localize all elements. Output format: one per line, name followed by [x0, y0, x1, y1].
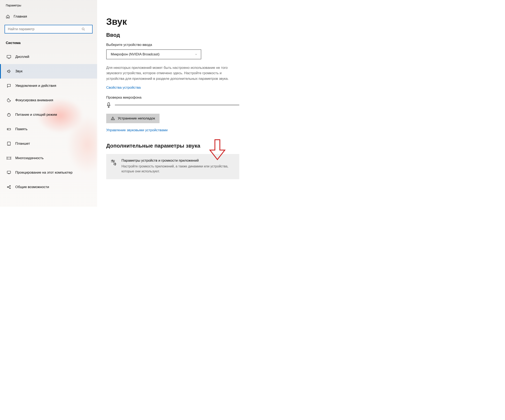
svg-line-20	[8, 187, 10, 188]
input-device-value: Микрофон (NVIDIA Broadcast)	[111, 52, 159, 57]
svg-rect-15	[7, 171, 11, 173]
sidebar-item-label: Планшет	[15, 142, 30, 146]
sidebar-item-focus[interactable]: Фокусировка внимания	[0, 93, 97, 108]
svg-rect-10	[7, 157, 11, 159]
sliders-sound-icon	[110, 159, 117, 165]
input-help-text: Для некоторых приложений может быть наст…	[106, 65, 239, 82]
svg-line-14	[11, 159, 11, 159]
search-input[interactable]	[5, 25, 93, 33]
tile-title: Параметры устройств и громкости приложен…	[121, 159, 234, 163]
storage-icon	[6, 127, 11, 131]
sidebar-item-label: Фокусировка внимания	[15, 98, 53, 102]
mic-test-row	[106, 102, 239, 108]
tile-desc: Настройте громкость приложений, а также …	[121, 164, 234, 174]
sidebar-item-label: Дисплей	[15, 55, 29, 59]
display-icon	[6, 55, 11, 59]
svg-point-17	[10, 185, 11, 186]
svg-rect-21	[108, 102, 109, 105]
sound-icon	[6, 69, 11, 74]
sidebar-item-label: Общие возможности	[15, 185, 49, 189]
app-volume-tile[interactable]: Параметры устройств и громкости приложен…	[106, 154, 239, 179]
sidebar-item-label: Проецирование на этот компьютер	[15, 171, 73, 175]
sidebar: Параметры Главная Система Дисплей	[0, 0, 97, 207]
microphone-icon	[106, 102, 111, 108]
svg-point-27	[112, 160, 113, 161]
share-icon	[6, 185, 11, 189]
warning-icon	[111, 116, 115, 121]
home-icon	[6, 14, 10, 19]
mic-level-bar	[115, 104, 239, 106]
moon-icon	[6, 98, 11, 102]
multitask-icon	[6, 156, 11, 160]
extra-heading: Дополнительные параметры звука	[106, 143, 239, 149]
manage-devices-link[interactable]: Управление звуковыми устройствами	[106, 128, 168, 132]
sidebar-item-project[interactable]: Проецирование на этот компьютер	[0, 165, 97, 180]
svg-rect-2	[7, 55, 11, 58]
sidebar-section-label: Система	[0, 39, 97, 50]
sidebar-item-storage[interactable]: Память	[0, 122, 97, 136]
sidebar-item-label: Питание и спящий режим	[15, 113, 57, 117]
troubleshoot-label: Устранение неполадок	[118, 116, 155, 121]
sidebar-item-multitask[interactable]: Многозадачность	[0, 151, 97, 165]
main-content: Звук Ввод Выберите устройство ввода Микр…	[97, 0, 252, 207]
sidebar-item-share[interactable]: Общие возможности	[0, 180, 97, 194]
project-icon	[6, 170, 11, 175]
svg-point-29	[113, 161, 114, 162]
sidebar-item-notifications[interactable]: Уведомления и действия	[0, 79, 97, 93]
sidebar-item-sound[interactable]: Звук	[0, 64, 97, 79]
input-device-dropdown[interactable]: Микрофон (NVIDIA Broadcast)	[106, 49, 201, 59]
sidebar-item-power[interactable]: Питание и спящий режим	[0, 108, 97, 122]
sidebar-item-display[interactable]: Дисплей	[0, 50, 97, 64]
input-heading: Ввод	[106, 32, 239, 38]
sidebar-item-tablet[interactable]: Планшет	[0, 136, 97, 151]
sidebar-item-label: Уведомления и действия	[15, 84, 56, 88]
troubleshoot-button[interactable]: Устранение неполадок	[106, 114, 159, 123]
search-wrap	[5, 25, 93, 33]
sidebar-item-label: Многозадачность	[15, 156, 44, 160]
chevron-down-icon	[195, 53, 197, 56]
page-title: Звук	[106, 17, 239, 27]
svg-point-25	[113, 119, 113, 120]
svg-line-12	[11, 157, 11, 157]
svg-line-11	[6, 157, 7, 157]
svg-line-13	[6, 159, 7, 159]
svg-point-7	[8, 129, 8, 129]
sidebar-home-label: Главная	[14, 14, 27, 19]
power-icon	[6, 112, 11, 117]
nav-list: Дисплей Звук Уведомления и действия Фоку…	[0, 50, 97, 194]
sidebar-home[interactable]: Главная	[0, 12, 97, 21]
tile-text: Параметры устройств и громкости приложен…	[121, 159, 234, 174]
svg-line-19	[8, 186, 10, 187]
input-device-label: Выберите устройство ввода	[106, 43, 239, 47]
app-title: Параметры	[0, 2, 97, 12]
sidebar-item-label: Память	[15, 127, 27, 131]
sidebar-item-label: Звук	[15, 69, 23, 73]
svg-point-16	[7, 187, 8, 188]
tablet-icon	[6, 141, 11, 146]
mic-test-label: Проверка микрофона	[106, 95, 239, 100]
device-properties-link[interactable]: Свойства устройства	[106, 86, 141, 90]
notifications-icon	[6, 83, 11, 88]
svg-point-18	[10, 188, 11, 189]
